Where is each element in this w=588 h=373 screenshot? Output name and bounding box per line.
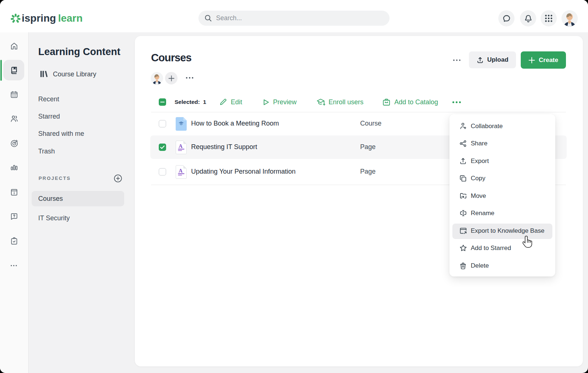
svg-text:A: A bbox=[179, 168, 183, 174]
svg-text:A: A bbox=[179, 143, 183, 149]
